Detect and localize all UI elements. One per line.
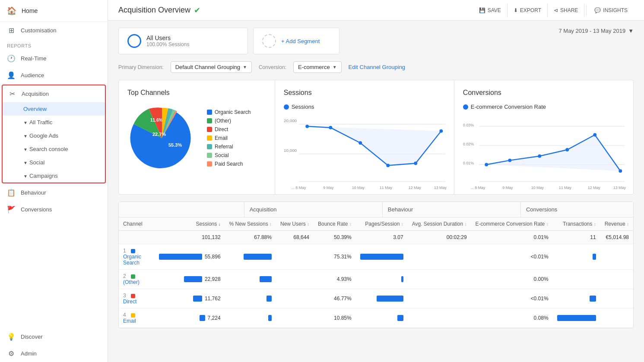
- row4-rank: 4: [123, 312, 126, 318]
- legend-label-organic: Organic Search: [215, 109, 251, 115]
- row4-sessions: 7,224: [155, 308, 225, 328]
- row3-sessions-bar-cell: 11,762: [159, 296, 221, 302]
- topbar-left: Acquisition Overview ✔: [118, 6, 473, 15]
- row4-channel-link[interactable]: Email: [123, 318, 136, 324]
- th-avg-session[interactable]: Avg. Session Duration ↕: [408, 217, 471, 231]
- row1-ecommerce-bar: [553, 244, 600, 270]
- save-label: SAVE: [488, 7, 501, 13]
- th-revenue[interactable]: Revenue ↕: [600, 217, 633, 231]
- conv-dot-3: [538, 154, 541, 158]
- conversions-group-header: Conversions: [520, 202, 633, 217]
- sidebar-subitem-all-traffic[interactable]: ▼All Traffic: [3, 116, 105, 129]
- row2-pct-bar-cell: [229, 276, 272, 282]
- row1-channel-link[interactable]: Organic Search: [123, 254, 141, 266]
- row3-channel: 3 Direct: [119, 289, 155, 308]
- sessions-legend: Sessions: [284, 104, 445, 110]
- sidebar-item-conversions[interactable]: 🚩 Conversions: [0, 201, 108, 218]
- th-bounce[interactable]: Bounce Rate ↕: [314, 217, 356, 231]
- add-segment-card[interactable]: + Add Segment: [253, 28, 339, 54]
- row4-ecom-bar-cell: [557, 315, 596, 321]
- all-users-segment[interactable]: All Users 100.00% Sessions: [118, 28, 248, 54]
- pie-label-1: 22.7%: [152, 132, 166, 137]
- table-group-headers: Acquisition Behaviour Conversions: [119, 202, 633, 217]
- row3-sessions-bar: [193, 296, 202, 302]
- th-new-users[interactable]: New Users ↕: [276, 217, 314, 231]
- insights-button[interactable]: 💬 INSIGHTS: [588, 4, 634, 17]
- row3-ecommerce: <0.01%: [471, 289, 553, 308]
- conversion-arrow: ▼: [333, 65, 337, 69]
- row4-channel: 4 Email: [119, 308, 155, 328]
- channel-group-header: [119, 202, 244, 217]
- sidebar-item-customisation[interactable]: ⊞ Customisation: [0, 22, 108, 39]
- y-conv-2: 0.02%: [463, 142, 474, 146]
- sessions-dot-1: [305, 125, 309, 128]
- th-rev-icon: ↕: [627, 222, 629, 227]
- save-button[interactable]: 💾 SAVE: [473, 4, 508, 17]
- share-icon: ⊲: [554, 7, 558, 13]
- legend-label-direct: Direct: [215, 126, 228, 132]
- date-range[interactable]: 7 May 2019 - 13 May 2019 ▼: [558, 28, 634, 34]
- legend-label-referral: Referral: [215, 144, 233, 150]
- legend-label-email: Email: [215, 135, 228, 141]
- row2-avg: [408, 270, 471, 289]
- row3-bounce-bar-fill: [377, 296, 403, 302]
- row3-bounce: 46.77%: [314, 289, 356, 308]
- legend-email: Email: [207, 135, 251, 141]
- conversions-icon: 🚩: [7, 205, 16, 214]
- sidebar-item-acquisition[interactable]: ✂ Acquisition: [3, 85, 105, 102]
- x-label-9may: 9 May: [323, 186, 334, 190]
- row3-revenue: [600, 289, 633, 308]
- row3-icon: [131, 294, 135, 298]
- sidebar-item-discover[interactable]: 💡 Discover: [0, 328, 108, 345]
- row1-revenue: [600, 244, 633, 270]
- row2-rank: 2: [123, 273, 126, 279]
- sidebar-subitem-social[interactable]: ▼Social: [3, 156, 105, 169]
- export-button[interactable]: ⬇ EXPORT: [508, 4, 548, 17]
- th-pct-new[interactable]: % New Sessions ↕: [225, 217, 276, 231]
- sidebar-home[interactable]: 🏠 Home: [0, 0, 108, 22]
- row2-bounce-bar: [360, 276, 403, 282]
- th-channel[interactable]: Channel: [119, 217, 155, 231]
- row2-channel-link[interactable]: (Other): [123, 279, 140, 285]
- sidebar-item-behaviour[interactable]: 📋 Behaviour: [0, 184, 108, 201]
- insights-label: INSIGHTS: [603, 7, 628, 13]
- conversions-chart-svg: 0.03% 0.02% 0.01%: [463, 115, 625, 184]
- row1-bounce-bar-cell: [356, 244, 408, 270]
- conv-x-6: 13 May: [613, 186, 626, 190]
- sidebar-subitem-google-ads[interactable]: ▼Google Ads: [3, 129, 105, 142]
- row3-channel-link[interactable]: Direct: [123, 299, 136, 305]
- edit-channel-grouping-link[interactable]: Edit Channel Grouping: [349, 64, 406, 70]
- sessions-legend-label: Sessions: [292, 104, 314, 110]
- home-icon: 🏠: [7, 6, 16, 16]
- share-button[interactable]: ⊲ SHARE: [548, 4, 584, 17]
- sidebar-item-audience[interactable]: 👤 Audience: [0, 67, 108, 84]
- legend-dot-organic: [207, 110, 212, 115]
- th-pages[interactable]: Pages/Session ↕: [356, 217, 408, 231]
- discover-icon: 💡: [7, 333, 16, 341]
- conversion-select[interactable]: E-commerce ▼: [293, 61, 342, 73]
- table-header-row: Channel Sessions ↓ % New Sessions ↕ New …: [119, 217, 633, 231]
- row2-pct-new: [225, 270, 276, 289]
- th-ecommerce[interactable]: E-commerce Conversion Rate ↕: [471, 217, 553, 231]
- sessions-dot-2: [329, 126, 332, 129]
- sidebar-item-admin[interactable]: ⚙ Admin: [0, 345, 108, 362]
- sidebar-subitem-search-console[interactable]: ▼Search console: [3, 142, 105, 156]
- th-transactions[interactable]: Transactions ↕: [553, 217, 600, 231]
- primary-dimension-select[interactable]: Default Channel Grouping ▼: [171, 61, 252, 73]
- sidebar-subitem-overview[interactable]: Overview: [3, 102, 105, 116]
- conversion-value: E-commerce: [298, 64, 330, 70]
- sidebar-item-realtime[interactable]: 🕐 Real-Time: [0, 50, 108, 67]
- th-sessions[interactable]: Sessions ↓: [155, 217, 225, 231]
- conv-x-1: 8 May: [475, 186, 485, 190]
- row2-channel: 2 (Other): [119, 270, 155, 289]
- th-pages-icon: ↕: [401, 222, 403, 227]
- legend-organic-search: Organic Search: [207, 109, 251, 115]
- row4-pct-new: [225, 308, 276, 328]
- sessions-title: Sessions: [284, 89, 445, 97]
- add-segment-label[interactable]: + Add Segment: [281, 38, 320, 44]
- sidebar-subitem-campaigns[interactable]: ▼Campaigns: [3, 169, 105, 183]
- sessions-legend-dot: [284, 104, 289, 110]
- row3-rank: 3: [123, 293, 126, 299]
- export-label: EXPORT: [520, 7, 541, 13]
- totals-revenue: €5,014.98: [600, 231, 633, 244]
